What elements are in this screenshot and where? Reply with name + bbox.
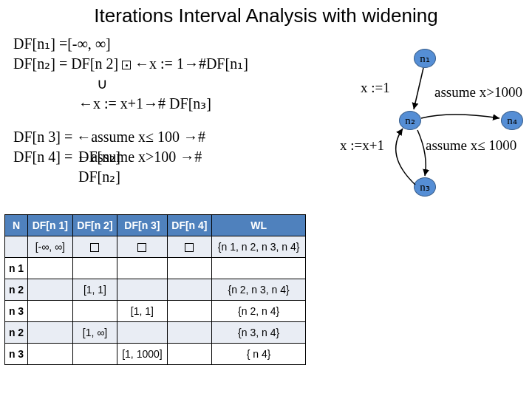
eq-2a: DF[n₂] = DF[n 2] <box>13 55 122 72</box>
table-cell: [1, 1] <box>117 301 167 322</box>
table-cell: { n 4} <box>212 344 306 365</box>
svg-line-0 <box>414 68 423 109</box>
table-cell <box>27 301 72 322</box>
table-header: DF[n 1] <box>27 215 72 236</box>
eq-line-4: DF[n 3] = ←assume x≤ 100 →# <box>13 127 294 147</box>
table-cell <box>212 258 306 279</box>
table-row: [-∞, ∞]{n 1, n 2, n 3, n 4} <box>5 236 306 258</box>
cup-symbol: ∪ <box>95 74 109 94</box>
table-cell: [1, 1] <box>72 279 117 301</box>
empty-box-icon <box>90 243 99 252</box>
boxdot-icon <box>122 61 131 69</box>
table-cell <box>167 258 212 279</box>
table-cell <box>117 279 167 301</box>
table-cell <box>27 344 72 365</box>
graph-edges <box>303 44 525 222</box>
table-cell: {n 2, n 3, n 4} <box>212 279 306 301</box>
table-cell <box>72 344 117 365</box>
table-cell <box>27 322 72 344</box>
table-cell <box>27 279 72 301</box>
table-cell <box>167 279 212 301</box>
table-cell <box>167 301 212 322</box>
row-label: n 2 <box>5 279 28 301</box>
row-label: n 1 <box>5 258 28 279</box>
table-cell: [1, 1000] <box>117 344 167 365</box>
eq-line-1: DF[n₁] =[-∞, ∞] <box>13 34 294 54</box>
table-header: WL <box>212 215 306 236</box>
empty-box-icon <box>185 243 194 252</box>
table-header: DF[n 3] <box>117 215 167 236</box>
eq-5-under: DF[n₂] <box>78 147 120 167</box>
cfg-graph: n₁ n₂ n₄ n₃ x :=1 assume x>1000 x :=x+1 … <box>303 44 525 222</box>
table-cell <box>117 236 167 258</box>
table-cell: {n 2, n 4} <box>212 301 306 322</box>
equations-block: DF[n₁] =[-∞, ∞] DF[n₂] = DF[n 2] ←x := 1… <box>13 34 294 180</box>
eq-line-6: DF[n₂] <box>13 167 294 180</box>
row-label <box>5 236 28 258</box>
table-header: N <box>5 215 28 236</box>
slide-title: Iterations Interval Analysis with wideni… <box>0 0 532 29</box>
eq-2b: ←x := 1→#DF[n₁] <box>131 55 248 72</box>
table-header: DF[n 2] <box>72 215 117 236</box>
table-row: n 3[1, 1000]{ n 4} <box>5 344 306 365</box>
table-row: n 2[1, ∞]{n 3, n 4} <box>5 322 306 344</box>
row-label: n 3 <box>5 344 28 365</box>
table-cell: [-∞, ∞] <box>27 236 72 258</box>
table-cell <box>72 301 117 322</box>
table-cell <box>72 258 117 279</box>
table-row: n 2[1, 1]{n 2, n 3, n 4} <box>5 279 306 301</box>
table-cell: [1, ∞] <box>72 322 117 344</box>
table-cell <box>167 236 212 258</box>
table-cell <box>72 236 117 258</box>
table-cell <box>167 322 212 344</box>
table-cell: {n 1, n 2, n 3, n 4} <box>212 236 306 258</box>
table-cell: {n 3, n 4} <box>212 322 306 344</box>
table-cell <box>27 258 72 279</box>
table-header: DF[n 4] <box>167 215 212 236</box>
row-label: n 2 <box>5 322 28 344</box>
eq-6-under: DF[n₂] <box>78 167 120 187</box>
eq-line-2: DF[n₂] = DF[n 2] ←x := 1→#DF[n₁] <box>13 54 294 74</box>
eq-line-3: ←x := x+1→# DF[n₃] <box>78 94 294 114</box>
empty-box-icon <box>137 243 146 252</box>
iteration-table: NDF[n 1]DF[n 2]DF[n 3]DF[n 4]WL [-∞, ∞]{… <box>4 214 306 365</box>
table-cell <box>117 258 167 279</box>
table-row: n 1 <box>5 258 306 279</box>
table-cell <box>117 322 167 344</box>
row-label: n 3 <box>5 301 28 322</box>
table-row: n 3[1, 1]{n 2, n 4} <box>5 301 306 322</box>
table-cell <box>167 344 212 365</box>
eq-line-5: DF[n 4] = ←assume x>100 →# DF[n₂] <box>13 147 294 167</box>
